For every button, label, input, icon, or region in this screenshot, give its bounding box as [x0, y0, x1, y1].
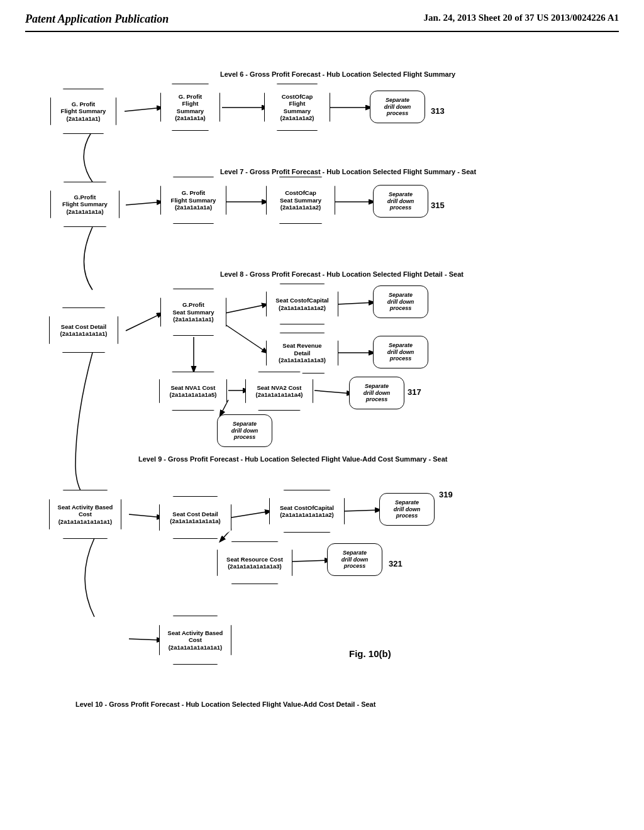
node-n9-shape: G.ProfitSeat Summary(2a1a1a1a1a1) [160, 289, 226, 336]
node-n19-shape: Seat Cost Detail(2a1a1a1a1a1a1a) [159, 496, 231, 539]
node-n8-shape: Separatedrill downprocess [373, 185, 428, 218]
node-n9: G.ProfitSeat Summary(2a1a1a1a1a1) [160, 289, 226, 336]
level7-label: Level 7 - Gross Profit Forecast - Hub Lo… [220, 167, 476, 177]
node-n25-label: Seat Activity BasedCost(2a1a1a1a1a1a1a1) [168, 629, 223, 651]
node-n7-label: CostOfCapSeat Summary(2a1a1a1a1a2) [280, 189, 321, 211]
ref-315: 315 [431, 201, 445, 210]
svg-line-7 [336, 302, 374, 304]
node-n19: Seat Cost Detail(2a1a1a1a1a1a1a) [159, 496, 231, 539]
level9-label: Level 9 - Gross Profit Forecast - Hub Lo… [138, 455, 447, 464]
svg-line-6 [225, 304, 267, 313]
node-n5: G.ProfitFlight Summary(2a1a1a1a1a) [50, 182, 119, 227]
svg-line-8 [225, 324, 267, 353]
node-n23-shape: Seat Resource Cost(2a1a1a1a1a1a1a3) [217, 541, 292, 584]
svg-line-13 [314, 390, 352, 394]
node-n6: G. ProfitFlight Summary(2a1a1a1a1a) [160, 177, 226, 224]
node-n6-label: G. ProfitFlight Summary(2a1a1a1a1a) [171, 189, 216, 211]
node-n22-label: Seat Activity BasedCost(2a1a1a1a1a1a1a1) [58, 504, 113, 525]
node-n24-shape: Separatedrill downprocess [327, 543, 382, 576]
arrows-svg [25, 38, 619, 774]
node-n3: CostOfCapFlightSummary(2a1a1a1a2) [264, 84, 330, 131]
node-n25: Seat Activity BasedCost(2a1a1a1a1a1a1a1) [159, 616, 231, 665]
node-n24-label: Separatedrill downprocess [341, 550, 369, 570]
fig-label: Fig. 10(b) [349, 648, 391, 659]
publication-info: Jan. 24, 2013 Sheet 20 of 37 US 2013/002… [424, 13, 619, 23]
node-n12-label: Seat RevenueDetail(2a1a1a1a1a1a3) [279, 342, 326, 363]
node-n21-label: Separatedrill downprocess [394, 499, 421, 519]
node-n17-label: Separatedrill downprocess [364, 383, 391, 403]
node-n15-label: Seat NVA1 Cost(2a1a1a1a1a1a5) [169, 384, 216, 399]
node-n8-label: Separatedrill downprocess [387, 191, 414, 211]
node-n1: G. ProfitFlight Summary(2a1a1a1a1) [50, 89, 116, 134]
node-n17: Separatedrill downprocess [349, 377, 404, 409]
node-n11-label: Separatedrill downprocess [387, 292, 414, 312]
node-n16-label: Seat NVA2 Cost(2a1a1a1a1a1a4) [255, 384, 303, 399]
node-n13: Separatedrill downprocess [373, 336, 428, 368]
node-n18-label: Separatedrill downprocess [231, 421, 258, 441]
node-n16: Seat NVA2 Cost(2a1a1a1a1a1a4) [245, 372, 313, 411]
node-n10-label: Seat CostofCapital(2a1a1a1a1a1a2) [275, 297, 328, 311]
ref-313: 313 [431, 106, 445, 116]
node-n10: Seat CostofCapital(2a1a1a1a1a1a2) [266, 284, 338, 324]
node-n11: Separatedrill downprocess [373, 285, 428, 318]
node-n8: Separatedrill downprocess [373, 185, 428, 218]
node-n7-shape: CostOfCapSeat Summary(2a1a1a1a1a2) [266, 177, 335, 224]
svg-line-3 [126, 202, 162, 205]
node-n25-shape: Seat Activity BasedCost(2a1a1a1a1a1a1a1) [159, 616, 231, 665]
node-n4-label: Separatedrill downprocess [384, 97, 411, 117]
node-n15: Seat NVA1 Cost(2a1a1a1a1a1a5) [159, 372, 227, 411]
node-n19-label: Seat Cost Detail(2a1a1a1a1a1a1a) [170, 511, 220, 525]
node-n13-shape: Separatedrill downprocess [373, 336, 428, 368]
node-n13-label: Separatedrill downprocess [387, 342, 414, 362]
node-n2-label: G. ProfitFlightSummary(2a1a1a1a) [175, 93, 206, 122]
level8-label: Level 8 - Gross Profit Forecast - Hub Lo… [220, 270, 464, 279]
svg-line-0 [125, 108, 162, 111]
node-n21-shape: Separatedrill downprocess [379, 493, 435, 526]
node-n18-shape: Separatedrill downprocess [217, 414, 272, 447]
node-n11-shape: Separatedrill downprocess [373, 285, 428, 318]
node-n15-shape: Seat NVA1 Cost(2a1a1a1a1a1a5) [159, 372, 227, 411]
node-n16-shape: Seat NVA2 Cost(2a1a1a1a1a1a4) [245, 372, 313, 411]
node-n7: CostOfCapSeat Summary(2a1a1a1a1a2) [266, 177, 335, 224]
node-n1-shape: G. ProfitFlight Summary(2a1a1a1a1) [50, 89, 116, 134]
node-n2: G. ProfitFlightSummary(2a1a1a1a) [160, 84, 220, 131]
node-n14-label: Seat Cost Detail(2a1a1a1a1a1a1) [60, 323, 107, 338]
ref-319: 319 [439, 490, 453, 499]
node-n10-shape: Seat CostofCapital(2a1a1a1a1a1a2) [266, 284, 338, 324]
publication-title: Patent Application Publication [25, 13, 169, 26]
node-n2-shape: G. ProfitFlightSummary(2a1a1a1a) [160, 84, 220, 131]
node-n22-shape: Seat Activity BasedCost(2a1a1a1a1a1a1a1) [49, 490, 121, 539]
svg-line-15 [129, 514, 162, 517]
node-n12: Seat RevenueDetail(2a1a1a1a1a1a3) [266, 333, 338, 374]
node-n4: Separatedrill downprocess [370, 91, 425, 123]
ref-317: 317 [408, 387, 421, 397]
node-n1-label: G. ProfitFlight Summary(2a1a1a1a1) [61, 101, 106, 122]
node-n14-shape: Seat Cost Detail(2a1a1a1a1a1a1) [49, 307, 118, 353]
page-header: Patent Application Publication Jan. 24, … [25, 13, 619, 32]
node-n24: Separatedrill downprocess [327, 543, 382, 576]
level10-label: Level 10 - Gross Profit Forecast - Hub L… [75, 700, 375, 709]
node-n22: Seat Activity BasedCost(2a1a1a1a1a1a1a1) [49, 490, 121, 539]
node-n4-shape: Separatedrill downprocess [370, 91, 425, 123]
ref-321: 321 [389, 559, 402, 568]
node-n14: Seat Cost Detail(2a1a1a1a1a1a1) [49, 307, 118, 353]
node-n20-shape: Seat CostOfCapital(2a1a1a1a1a1a1a2) [269, 490, 345, 533]
node-n20-label: Seat CostOfCapital(2a1a1a1a1a1a1a2) [280, 504, 334, 519]
svg-line-16 [231, 511, 270, 517]
svg-line-20 [129, 639, 162, 640]
node-n5-label: G.ProfitFlight Summary(2a1a1a1a1a) [62, 194, 108, 215]
node-n5-shape: G.ProfitFlight Summary(2a1a1a1a1a) [50, 182, 119, 227]
node-n3-shape: CostOfCapFlightSummary(2a1a1a1a2) [264, 84, 330, 131]
page: Patent Application Publication Jan. 24, … [0, 0, 644, 830]
node-n3-label: CostOfCapFlightSummary(2a1a1a1a2) [280, 93, 314, 122]
node-n6-shape: G. ProfitFlight Summary(2a1a1a1a1a) [160, 177, 226, 224]
svg-line-17 [343, 510, 380, 511]
node-n21: Separatedrill downprocess [379, 493, 435, 526]
diagram-area: Level 6 - Gross Profit Forecast - Hub Lo… [25, 38, 619, 774]
node-n12-shape: Seat RevenueDetail(2a1a1a1a1a1a3) [266, 333, 338, 374]
level6-label: Level 6 - Gross Profit Forecast - Hub Lo… [220, 70, 455, 79]
node-n20: Seat CostOfCapital(2a1a1a1a1a1a1a2) [269, 490, 345, 533]
svg-line-19 [292, 560, 330, 562]
svg-line-10 [126, 313, 162, 331]
node-n23: Seat Resource Cost(2a1a1a1a1a1a1a3) [217, 541, 292, 584]
